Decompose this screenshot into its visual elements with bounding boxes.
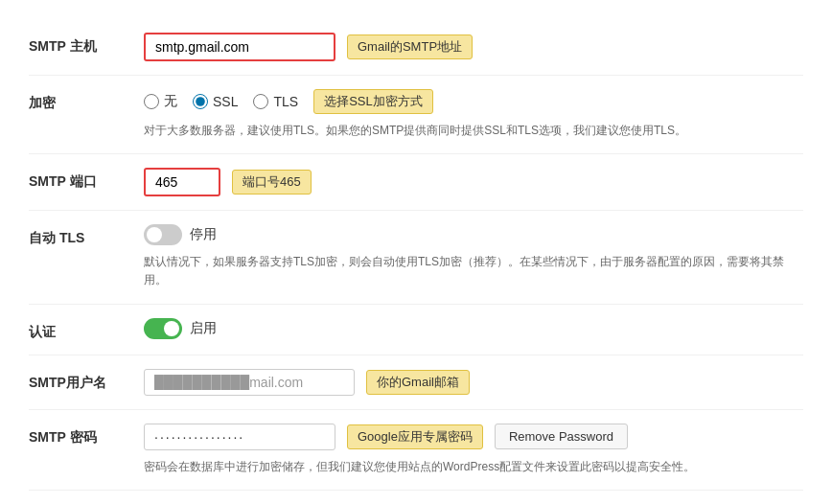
auto-tls-note: 默认情况下，如果服务器支持TLS加密，则会自动使用TLS加密（推荐）。在某些情况… [144, 253, 803, 289]
encryption-option-ssl[interactable]: SSL [193, 94, 238, 109]
smtp-port-row: SMTP 端口 端口号465 [29, 154, 803, 211]
smtp-host-input[interactable] [144, 33, 335, 61]
smtp-host-control: Gmail的SMTP地址 [144, 33, 803, 61]
smtp-host-label: SMTP 主机 [29, 33, 144, 56]
encryption-radio-none[interactable] [144, 94, 159, 109]
smtp-password-wrapper: Google应用专属密码 Remove Password [144, 424, 803, 450]
smtp-password-control: Google应用专属密码 Remove Password 密码会在数据库中进行加… [144, 424, 803, 476]
encryption-annotation: 选择SSL加密方式 [313, 89, 433, 114]
encryption-radio-ssl[interactable] [193, 94, 208, 109]
auto-tls-row: 自动 TLS 停用 默认情况下，如果服务器支持TLS加密，则会自动使用TLS加密… [29, 211, 803, 304]
encryption-radio-tls[interactable] [253, 94, 268, 109]
remove-password-button[interactable]: Remove Password [495, 424, 628, 449]
smtp-port-input[interactable] [144, 168, 220, 196]
encryption-option-tls[interactable]: TLS [253, 94, 298, 109]
encryption-note: 对于大多数服务器，建议使用TLS。如果您的SMTP提供商同时提供SSL和TLS选… [144, 122, 803, 140]
smtp-host-row: SMTP 主机 Gmail的SMTP地址 [29, 19, 803, 76]
auth-label: 认证 [29, 318, 144, 341]
smtp-password-input[interactable] [144, 424, 335, 450]
smtp-password-label: SMTP 密码 [29, 424, 144, 447]
smtp-username-wrapper: 你的Gmail邮箱 [144, 369, 803, 396]
encryption-none-label: 无 [164, 93, 177, 110]
auth-toggle[interactable] [144, 318, 182, 339]
smtp-username-annotation: 你的Gmail邮箱 [366, 370, 470, 395]
smtp-password-row: SMTP 密码 Google应用专属密码 Remove Password 密码会… [29, 410, 803, 491]
encryption-radio-group: 无 SSL TLS [144, 93, 298, 110]
auth-toggle-label: 启用 [190, 320, 217, 337]
smtp-port-annotation: 端口号465 [232, 170, 312, 195]
encryption-tls-label: TLS [273, 94, 298, 109]
smtp-username-input[interactable] [144, 369, 355, 396]
auto-tls-toggle-label: 停用 [190, 226, 217, 243]
encryption-control: 无 SSL TLS 选择SSL加密方式 对于大多数服务器，建议使用TLS。如果您… [144, 89, 803, 140]
encryption-ssl-label: SSL [213, 94, 238, 109]
auth-row: 认证 启用 [29, 305, 803, 355]
auth-toggle-wrapper: 启用 [144, 318, 803, 339]
auto-tls-slider [144, 224, 182, 245]
smtp-host-wrapper: Gmail的SMTP地址 [144, 33, 803, 61]
smtp-password-annotation: Google应用专属密码 [347, 424, 483, 449]
auto-tls-control: 停用 默认情况下，如果服务器支持TLS加密，则会自动使用TLS加密（推荐）。在某… [144, 224, 803, 289]
encryption-option-none[interactable]: 无 [144, 93, 177, 110]
smtp-port-label: SMTP 端口 [29, 168, 144, 191]
smtp-host-annotation: Gmail的SMTP地址 [347, 34, 473, 59]
smtp-username-row: SMTP用户名 你的Gmail邮箱 [29, 355, 803, 410]
encryption-label: 加密 [29, 89, 144, 112]
auth-slider [144, 318, 182, 339]
encryption-row: 加密 无 SSL TLS 选择SSL加密方式 对于大多数服务器，建议使用TLS。… [29, 76, 803, 154]
smtp-password-note: 密码会在数据库中进行加密储存，但我们建议您使用站点的WordPress配置文件来… [144, 458, 803, 476]
smtp-port-wrapper: 端口号465 [144, 168, 803, 196]
auto-tls-toggle[interactable] [144, 224, 182, 245]
smtp-port-control: 端口号465 [144, 168, 803, 196]
smtp-username-control: 你的Gmail邮箱 [144, 369, 803, 396]
auto-tls-label: 自动 TLS [29, 224, 144, 247]
auto-tls-toggle-wrapper: 停用 [144, 224, 803, 245]
smtp-username-label: SMTP用户名 [29, 369, 144, 392]
auth-control: 启用 [144, 318, 803, 339]
